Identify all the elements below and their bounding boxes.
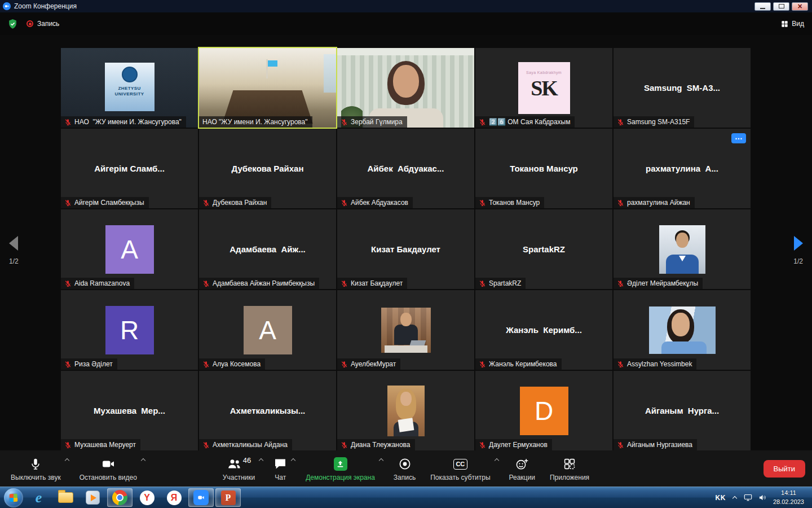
participant-tile[interactable]: Дубекова РайханДубекова Райхан (199, 129, 336, 208)
close-button[interactable] (792, 2, 808, 11)
language-indicator[interactable]: KK (716, 494, 726, 502)
security-shield-icon[interactable] (8, 19, 17, 29)
mute-button[interactable]: Выключить звук (3, 450, 72, 487)
participant-tile[interactable]: Айганым Нурга...Айганым Нургазиева (614, 371, 751, 450)
recording-indicator: Запись (27, 20, 59, 28)
participant-tile[interactable]: Айбек Абдуакас...Айбек Абдуакасов (337, 129, 474, 208)
taskbar-item-yandex[interactable]: Я (161, 488, 187, 507)
participant-tile[interactable]: НАО "ЖУ имени И. Жансугурова" (199, 48, 336, 128)
stop-video-button[interactable]: Остановить видео (72, 450, 148, 487)
taskbar-item-powerpoint[interactable]: P (215, 488, 241, 507)
participant-tile[interactable]: Жанэль Керимб...Жанэль Керимбекова (475, 290, 612, 370)
maximize-button[interactable] (773, 2, 789, 11)
participant-tile[interactable]: Мухашева Мер...Мухашева Меруерт (61, 371, 198, 450)
participants-button[interactable]: 46Участники (215, 450, 266, 487)
participant-name: Жанэль Керимбекова (489, 360, 557, 368)
avatar-letter: A (121, 234, 138, 265)
participant-center-name: Дубекова Райхан (227, 164, 308, 173)
participant-tile[interactable]: Диана Тлеужанова (337, 371, 474, 450)
participant-tile[interactable]: Токанов МансурТоканов Мансур (475, 129, 612, 208)
participant-tile[interactable]: Адамбаева Айж...Адамбаева Айжан Раимбекқ… (199, 209, 336, 289)
next-page-arrow-icon (794, 236, 803, 251)
recording-dot-icon (27, 20, 33, 27)
participant-name-label: 2️⃣6️⃣ ОМ Сая Кабдрахым (475, 116, 575, 128)
participant-tile[interactable]: AАлуа Косемова (199, 290, 336, 370)
apps-button[interactable]: Приложения (542, 450, 597, 487)
display-icon[interactable] (744, 494, 752, 501)
muted-mic-icon (617, 199, 624, 207)
window-titlebar: Zoom Конференция (0, 0, 812, 12)
share-screen-button[interactable]: Демонстрация экрана (298, 450, 386, 487)
participant-name: Aida Ramazanova (74, 279, 130, 287)
chevron-up-icon[interactable] (290, 457, 296, 463)
muted-mic-icon (341, 361, 348, 368)
participant-tile[interactable]: рахматулина А...рахматулина Айжан (614, 129, 751, 208)
page-indicator: 1/2 (9, 257, 19, 265)
toolbar-button-label: Выключить звук (11, 474, 61, 481)
participant-tile[interactable]: Зербай Гүлмира (337, 48, 474, 128)
tray-expand-icon[interactable] (732, 495, 738, 501)
captions-button[interactable]: CCПоказать субтитры (423, 450, 501, 487)
participant-photo (518, 62, 570, 114)
volume-icon[interactable] (758, 494, 767, 501)
muted-mic-icon (64, 361, 72, 368)
taskbar-item-zoom[interactable] (188, 488, 214, 507)
participant-grid: НАО "ЖУ имени И. Жансугурова"НАО "ЖУ име… (61, 48, 751, 450)
participant-center-name: Ахметкаликызы... (226, 406, 310, 415)
participant-name: Зербай Гүлмира (351, 118, 403, 126)
participant-tile[interactable]: Samsung SM-A3...Samsung SM-A315F (614, 48, 751, 128)
participant-photo (649, 306, 716, 354)
participant-name-label: НАО "ЖУ имени И. Жансугурова" (199, 116, 312, 128)
leave-button[interactable]: Выйти (764, 460, 806, 478)
start-button[interactable] (4, 488, 23, 507)
chat-button[interactable]: Чат (266, 450, 298, 487)
chevron-up-icon[interactable] (494, 457, 500, 463)
toolbar-button-label: Запись (394, 474, 416, 481)
chevron-up-icon[interactable] (258, 457, 264, 463)
participant-tile[interactable]: Әділет Мейрамбекұлы (614, 209, 751, 289)
meeting-statusbar: Запись Вид (0, 12, 812, 35)
taskbar-item-explorer[interactable] (53, 488, 78, 507)
toolbar-button-label: Участники (223, 474, 255, 481)
taskbar-item-yandex-browser[interactable]: Y (134, 488, 160, 507)
participant-name-label: Риза Әділет (61, 358, 117, 370)
participant-name: Риза Әділет (74, 360, 113, 368)
participant-tile[interactable]: АуелбекМурат (337, 290, 474, 370)
participant-tile[interactable]: Ахметкаликызы...Ахметкаликызы Айдана (199, 371, 336, 450)
participant-tile[interactable]: AAida Ramazanova (61, 209, 198, 289)
participant-name: Айганым Нургазиева (627, 441, 692, 449)
participant-tile[interactable]: DДаулет Ермуханов (475, 371, 612, 450)
taskbar-item-media-player[interactable] (80, 488, 105, 507)
chevron-up-icon[interactable] (64, 457, 70, 463)
taskbar-item-yandex-browser-icon: Y (140, 491, 155, 505)
chevron-up-icon[interactable] (378, 457, 384, 463)
participant-tile[interactable]: Assylzhan Yessimbek (614, 290, 751, 370)
participant-tile[interactable]: НАО "ЖУ имени И. Жансугурова" (61, 48, 198, 128)
participant-tile[interactable]: Кизат БакдаулетКизат Бақдаулет (337, 209, 474, 289)
taskbar-clock[interactable]: 14:11 28.02.2023 (773, 489, 804, 506)
windows-logo-icon (10, 493, 18, 502)
chevron-up-icon[interactable] (140, 457, 146, 463)
toolbar-left-group: Выключить звукОстановить видео (3, 450, 148, 487)
participant-name: Мухашева Меруерт (74, 441, 136, 449)
participant-name-label: Дубекова Райхан (199, 197, 271, 208)
taskbar-item-ie[interactable]: e (26, 488, 51, 507)
more-options-button[interactable] (731, 133, 746, 143)
reactions-button[interactable]: Реакции (502, 450, 542, 487)
taskbar-item-chrome[interactable] (107, 488, 133, 507)
muted-mic-icon (202, 199, 210, 207)
video-feed (337, 48, 474, 128)
participant-tile[interactable]: Айгерім Сламб...Айгерім Сламбекқызы (61, 129, 198, 208)
participant-tile[interactable]: RРиза Әділет (61, 290, 198, 370)
toolbar-button-label: Остановить видео (80, 474, 137, 481)
previous-page-button[interactable]: 1/2 (9, 236, 19, 265)
next-page-button[interactable]: 1/2 (793, 236, 803, 265)
participant-tile[interactable]: 2️⃣6️⃣ ОМ Сая Кабдрахым (475, 48, 612, 128)
record-button[interactable]: Запись (386, 450, 423, 487)
view-button[interactable]: Вид (781, 20, 804, 28)
participant-name: Диана Тлеужанова (351, 441, 411, 449)
minimize-button[interactable] (754, 2, 771, 11)
video-feed (61, 48, 198, 128)
participant-name: НАО "ЖУ имени И. Жансугурова" (74, 118, 182, 126)
participant-tile[interactable]: SpartakRZSpartakRZ (475, 209, 612, 289)
